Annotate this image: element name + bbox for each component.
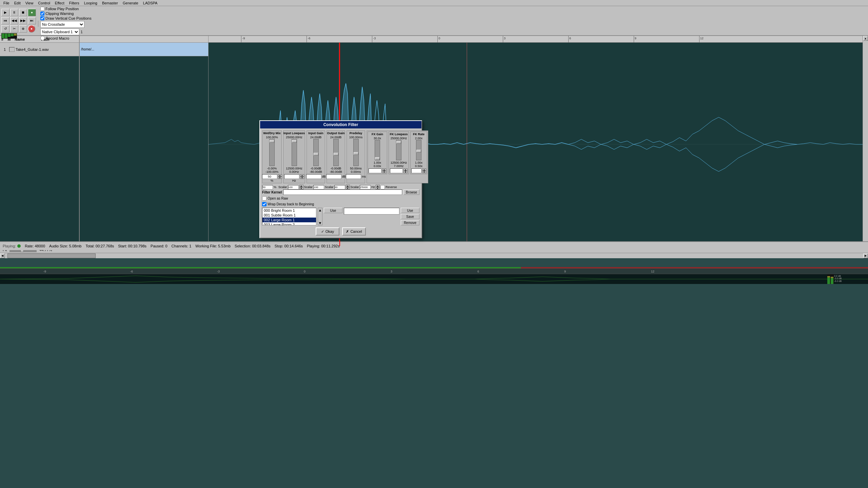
preset-use-btn2[interactable]: Use — [401, 208, 419, 213]
predelay-slider[interactable] — [353, 139, 359, 166]
tool2-button[interactable]: ⊕ — [19, 25, 27, 33]
preset-scroll-btn[interactable]: ▲ ▼ — [318, 208, 322, 225]
track-mute-btn[interactable] — [9, 47, 15, 52]
okay-button[interactable]: ✓ Okay — [316, 227, 339, 236]
fx-gain-up[interactable]: ▲ — [382, 168, 386, 171]
open-as-raw-checkbox[interactable] — [262, 196, 267, 201]
input-gain-slider[interactable] — [313, 139, 319, 166]
fk-lowpass-scalar-input[interactable] — [360, 185, 371, 189]
menu-control[interactable]: Control — [36, 1, 52, 5]
draw-vertical-checkbox[interactable] — [40, 16, 44, 20]
menu-edit[interactable]: Edit — [12, 1, 23, 5]
fk-lowpass-scalar-down[interactable]: ▼ — [376, 187, 380, 189]
preset-item-2[interactable]: 002 Large Room 1 — [262, 218, 316, 222]
fk-rate-down[interactable]: ▼ — [422, 171, 426, 173]
preset-item-0[interactable]: 000 Bright Room 1 — [262, 208, 316, 213]
tool1-button[interactable]: ✂ — [10, 25, 18, 33]
wet-dry-input[interactable] — [262, 174, 277, 179]
stop-button[interactable]: ⏹ — [19, 9, 27, 16]
input-lowpass-slider[interactable] — [292, 139, 297, 166]
wet-dry-slider[interactable] — [269, 139, 275, 166]
h-scroll-thumb[interactable] — [7, 253, 96, 258]
menu-file[interactable]: File — [1, 1, 12, 5]
wet-dry-scalar-input[interactable] — [262, 185, 273, 189]
input-gain-scalar-input[interactable] — [288, 185, 299, 189]
fx-gain-scalar-down[interactable]: ▼ — [346, 187, 350, 189]
input-lowpass-input[interactable]: 25000 — [284, 174, 299, 179]
fk-lowpass-input[interactable]: 25000 — [390, 168, 403, 173]
svg-rect-9 — [831, 278, 833, 284]
input-gain-unit: dB — [322, 175, 326, 178]
input-gain-scalar-up[interactable]: ▲ — [299, 185, 303, 187]
rewind-button[interactable]: ⏮ — [1, 17, 9, 24]
fx-gain-slider[interactable] — [375, 140, 380, 160]
cancel-button[interactable]: ✗ Cancel — [342, 227, 366, 236]
record-macro-radio[interactable] — [40, 36, 45, 40]
wet-dry-down[interactable]: ▼ — [278, 177, 282, 179]
record2-button[interactable]: ● — [28, 25, 35, 33]
tl-num-1: -9 — [43, 270, 46, 273]
wrap-decay-checkbox[interactable] — [262, 202, 267, 206]
preset-scroll-down-icon[interactable]: ▼ — [318, 221, 322, 225]
preset-scroll-up-icon[interactable]: ▲ — [318, 208, 322, 212]
wet-dry-up[interactable]: ▲ — [278, 174, 282, 177]
scroll-left-btn[interactable]: ◀ — [0, 253, 5, 258]
output-gain-input[interactable]: 0 — [326, 174, 341, 179]
fk-lowpass-col: FK Lowpass 25000.00Hz 12500.00Hz 7.00Hz … — [389, 131, 409, 174]
preset-item-1[interactable]: 001 Subtle Room 1 — [262, 213, 316, 218]
reverse-checkbox[interactable] — [380, 185, 385, 189]
ffwd-button[interactable]: ⏭ — [28, 17, 36, 24]
fk-lowpass-up[interactable]: ▲ — [403, 168, 408, 171]
fx-gain-input[interactable]: 0.0667 — [369, 168, 381, 173]
crossfade-select[interactable]: No Crossfade — [40, 21, 84, 28]
preset-item-3[interactable]: 003 Large Room 2 — [262, 222, 316, 225]
input-lowpass-down[interactable]: ▼ — [300, 177, 304, 179]
preset-save-btn[interactable]: Save — [401, 214, 419, 219]
preset-remove-btn[interactable]: Remove — [401, 220, 419, 225]
predelay-unit: ms — [362, 175, 366, 178]
menu-looping[interactable]: Looping — [82, 1, 99, 5]
prev-button[interactable]: ◀◀ — [10, 17, 18, 24]
follow-play-row: Follow Play Position — [40, 7, 92, 11]
menu-view[interactable]: View — [23, 1, 36, 5]
follow-play-checkbox[interactable] — [40, 7, 44, 11]
record-button[interactable]: ● — [28, 9, 36, 16]
pause-button[interactable]: ⏸ — [10, 9, 18, 16]
menu-bemaster[interactable]: Bemaster — [100, 1, 120, 5]
clipboard-select[interactable]: Native Clipboard 1 — [40, 28, 79, 35]
fk-rate-slider[interactable] — [416, 140, 421, 160]
fk-lowpass-slider[interactable] — [396, 140, 401, 160]
browse-button[interactable]: Browse — [403, 189, 419, 195]
fk-rate-up[interactable]: ▲ — [422, 168, 426, 171]
input-gain-input[interactable]: 0 — [306, 174, 321, 179]
predelay-input[interactable]: 50 — [346, 174, 361, 179]
preset-use-btn[interactable]: Use — [324, 208, 342, 213]
fk-lowpass-scalar-up[interactable]: ▲ — [376, 185, 380, 187]
loop-button[interactable]: ↺ — [1, 25, 9, 33]
play-button[interactable]: ▶ — [1, 9, 9, 16]
preset-list[interactable]: 000 Bright Room 1 001 Subtle Room 1 002 … — [262, 208, 316, 225]
next-button[interactable]: ▶▶ — [19, 17, 27, 24]
input-lowpass-up[interactable]: ▲ — [300, 174, 304, 177]
menu-filters[interactable]: Filters — [67, 1, 81, 5]
scroll-up-btn[interactable]: ▲ — [863, 36, 868, 41]
fk-rate-input[interactable]: 1 — [411, 168, 421, 173]
input-gain-thumb — [314, 153, 318, 156]
menu-ladspa[interactable]: LADSPA — [141, 1, 160, 5]
fx-gain-scalar-up[interactable]: ▲ — [346, 185, 350, 187]
h-scrollbar[interactable]: ◀ ▶ — [0, 253, 868, 258]
preset-name-input[interactable] — [344, 208, 399, 215]
filter-kernel-label: Filter Kernel — [262, 190, 282, 194]
filter-kernel-input[interactable]: s$share/impulse_hall1.wav — [283, 189, 402, 195]
fx-gain-scalar-input[interactable] — [334, 185, 345, 189]
fx-gain-down[interactable]: ▼ — [382, 171, 386, 173]
v-scrollbar[interactable]: ▲ ▼ — [863, 36, 868, 246]
clipping-warning-checkbox[interactable] — [40, 12, 44, 16]
menu-generate[interactable]: Generate — [121, 1, 140, 5]
input-gain-scalar-down[interactable]: ▼ — [299, 187, 303, 189]
scroll-right-btn[interactable]: ▶ — [863, 253, 868, 258]
fk-lowpass-down[interactable]: ▼ — [403, 171, 408, 173]
output-gain-slider[interactable] — [333, 139, 339, 166]
menu-effect[interactable]: Effect — [53, 1, 66, 5]
output-gain-scalar-input[interactable] — [313, 185, 324, 189]
